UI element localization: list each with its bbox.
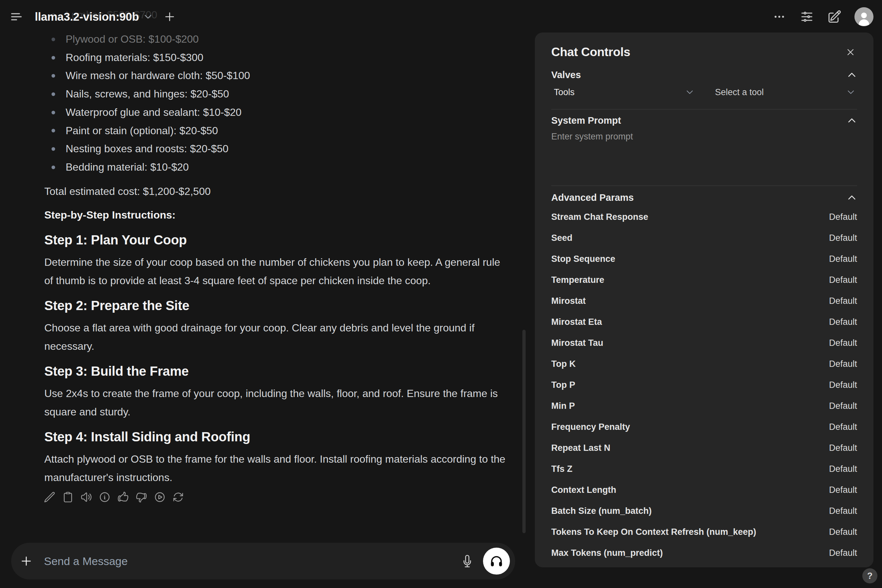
- plus-icon: [20, 555, 33, 568]
- param-value-button[interactable]: Default: [829, 275, 857, 285]
- step-title: Step 1: Plan Your Coop: [44, 231, 508, 248]
- system-prompt-input[interactable]: [551, 130, 857, 180]
- advanced-params-section-header: Advanced Params: [551, 191, 857, 204]
- voice-call-button[interactable]: [483, 548, 510, 574]
- param-value-button[interactable]: Default: [829, 338, 857, 348]
- list-item-text: Nails, screws, and hinges: $20-$50: [66, 88, 229, 100]
- step-title: Step 3: Build the Frame: [44, 363, 508, 380]
- list-item-text: Nesting boxes and roosts: $20-$50: [66, 143, 228, 154]
- param-value-button[interactable]: Default: [829, 401, 857, 411]
- mic-button[interactable]: [459, 553, 476, 570]
- param-label: Seed: [551, 233, 573, 243]
- list-item-text: Bedding material: $10-$20: [66, 161, 189, 173]
- close-panel-button[interactable]: [844, 46, 857, 59]
- new-model-button[interactable]: [162, 9, 177, 24]
- list-item: Nesting boxes and roosts: $20-$50: [44, 140, 250, 158]
- thumbs-up-button[interactable]: [116, 490, 130, 504]
- chat-scrollbar[interactable]: [522, 330, 526, 533]
- regenerate-icon: [172, 491, 184, 503]
- message-composer: [11, 543, 515, 579]
- tool-select-value: Select a tool: [715, 87, 764, 98]
- param-value-button[interactable]: Default: [829, 527, 857, 537]
- sidebar-toggle-button[interactable]: [9, 9, 24, 25]
- more-horizontal-icon: [772, 10, 786, 24]
- list-item-text: Wire mesh or hardware cloth: $50-$100: [66, 70, 250, 81]
- valves-selects: Tools Select a tool: [551, 85, 857, 99]
- advanced-params-list: Stream Chat Response Default Seed Defaul…: [551, 206, 857, 563]
- copy-message-button[interactable]: [61, 490, 75, 504]
- param-value-button[interactable]: Default: [829, 380, 857, 390]
- new-chat-button[interactable]: [827, 9, 842, 24]
- help-button[interactable]: ?: [862, 568, 878, 584]
- step-title: Step 4: Install Siding and Roofing: [44, 428, 508, 445]
- step-body: Choose a flat area with good drainage fo…: [44, 319, 508, 356]
- step-body: Attach plywood or OSB to the frame for t…: [44, 450, 508, 487]
- topbar-actions: [772, 7, 873, 26]
- copy-icon: [62, 491, 74, 503]
- thumbs-down-icon: [135, 491, 147, 503]
- more-options-button[interactable]: [772, 9, 787, 24]
- param-label: Mirostat Tau: [551, 338, 603, 348]
- list-item: Wire mesh or hardware cloth: $50-$100: [44, 67, 250, 85]
- regenerate-button[interactable]: [171, 490, 185, 504]
- param-row: Stream Chat Response Default: [551, 206, 857, 227]
- param-label: Context Length: [551, 485, 616, 495]
- divider: [551, 185, 857, 186]
- message-input[interactable]: [44, 555, 459, 568]
- instructions-heading: Step-by-Step Instructions:: [44, 206, 508, 224]
- call-icon: [489, 554, 504, 568]
- continue-response-button[interactable]: [153, 490, 167, 504]
- valves-section-header: Valves: [551, 68, 857, 81]
- param-row: Mirostat Default: [551, 290, 857, 311]
- param-row: Frequency Penalty Default: [551, 416, 857, 437]
- user-avatar[interactable]: [854, 7, 873, 26]
- param-value-button[interactable]: Default: [829, 506, 857, 516]
- list-item: Waterproof glue and sealant: $10-$20: [44, 104, 250, 122]
- chat-controls-button[interactable]: [800, 9, 814, 24]
- info-button[interactable]: [98, 490, 112, 504]
- read-aloud-button[interactable]: [79, 490, 93, 504]
- model-name: llama3.2-vision:90b: [35, 10, 139, 23]
- collapse-system-prompt-button[interactable]: [847, 115, 857, 126]
- param-value-button[interactable]: Default: [829, 317, 857, 327]
- param-value-button[interactable]: Default: [829, 212, 857, 222]
- new-chat-icon: [827, 9, 842, 24]
- tool-type-select[interactable]: Tools: [551, 85, 696, 99]
- top-bar: llama3.2-vision:90b: [0, 0, 882, 33]
- edit-message-button[interactable]: [42, 490, 57, 504]
- total-cost-line: Total estimated cost: $1,200-$2,500: [44, 182, 508, 201]
- collapse-valves-button[interactable]: [847, 70, 857, 80]
- model-selector[interactable]: llama3.2-vision:90b: [33, 10, 154, 24]
- param-value-button[interactable]: Default: [829, 443, 857, 453]
- list-item-text: Paint or stain (optional): $20-$50: [66, 124, 218, 136]
- param-label: Repeat Last N: [551, 443, 610, 453]
- param-value-button[interactable]: Default: [829, 464, 857, 474]
- param-value-button[interactable]: Default: [829, 422, 857, 432]
- tool-type-value: Tools: [554, 87, 574, 98]
- continue-icon: [154, 491, 166, 503]
- param-row: Tokens To Keep On Context Refresh (num_k…: [551, 521, 857, 542]
- param-value-button[interactable]: Default: [829, 254, 857, 264]
- chevron-down-icon: [143, 12, 153, 21]
- chevron-up-icon: [847, 116, 857, 125]
- thumbs-down-button[interactable]: [134, 490, 148, 504]
- param-value-button[interactable]: Default: [829, 548, 857, 558]
- param-label: Frequency Penalty: [551, 422, 630, 432]
- param-value-button[interactable]: Default: [829, 296, 857, 306]
- param-label: Mirostat Eta: [551, 317, 602, 327]
- param-value-button[interactable]: Default: [829, 233, 857, 243]
- attach-button[interactable]: [16, 550, 37, 572]
- message-actions: [42, 490, 508, 504]
- collapse-advanced-params-button[interactable]: [847, 192, 857, 203]
- app-root: llama3.2-vision:90b Lumber: $500-$700: [0, 0, 882, 588]
- param-row: Min P Default: [551, 395, 857, 416]
- param-value-button[interactable]: Default: [829, 485, 857, 495]
- system-prompt-section-header: System Prompt: [551, 114, 857, 127]
- panel-header: Chat Controls: [551, 44, 857, 61]
- param-label: Batch Size (num_batch): [551, 506, 652, 516]
- edit-icon: [44, 491, 56, 503]
- tool-select[interactable]: Select a tool: [712, 85, 857, 99]
- param-label: Tfs Z: [551, 464, 573, 474]
- valves-label: Valves: [551, 70, 581, 80]
- param-value-button[interactable]: Default: [829, 359, 857, 369]
